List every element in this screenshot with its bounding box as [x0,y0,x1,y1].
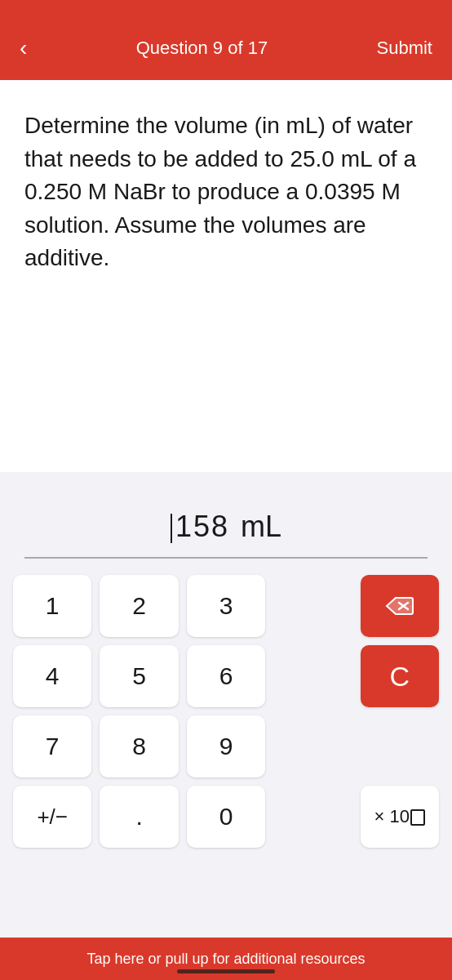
key-1[interactable]: 1 [13,575,91,637]
back-button[interactable]: ‹ [20,37,27,60]
key-9[interactable]: 9 [187,715,265,777]
key-2[interactable]: 2 [100,575,178,637]
key-8[interactable]: 8 [100,715,178,777]
x100-label: × 10 [374,806,425,827]
bottom-bar[interactable]: Tap here or pull up for additional resou… [0,938,452,980]
key-empty-r4 [273,786,352,848]
key-empty-r1 [273,575,352,637]
key-delete[interactable] [361,575,439,637]
header: ‹ Question 9 of 17 Submit [0,0,452,80]
key-0[interactable]: 0 [187,786,265,848]
key-decimal[interactable]: . [100,786,178,848]
keypad-row-1: 1 2 3 [13,575,439,637]
x10-box [410,809,425,826]
keypad: 1 2 3 4 5 6 C 7 8 9 +/− . 0 × 10 [0,559,452,864]
input-cursor [171,514,172,543]
keypad-row-4: +/− . 0 × 10 [13,786,439,848]
additional-resources-text: Tap here or pull up for additional resou… [86,951,365,968]
home-indicator [177,969,275,973]
key-empty-r3 [273,715,352,777]
input-display-wrapper: 158 mL [24,497,428,559]
key-empty-r3b [361,715,439,777]
question-area: Determine the volume (in mL) of water th… [0,80,452,472]
input-section: 158 mL [0,472,452,559]
key-clear[interactable]: C [361,645,439,707]
input-display: 158 [171,510,229,544]
key-6[interactable]: 6 [187,645,265,707]
question-progress: Question 9 of 17 [136,38,268,59]
question-text: Determine the volume (in mL) of water th… [24,109,428,275]
key-5[interactable]: 5 [100,645,178,707]
key-3[interactable]: 3 [187,575,265,637]
keypad-row-3: 7 8 9 [13,715,439,777]
key-empty-r2 [273,645,352,707]
submit-button[interactable]: Submit [377,38,432,59]
key-x100[interactable]: × 10 [361,786,439,848]
key-4[interactable]: 4 [13,645,91,707]
input-unit: mL [241,510,281,544]
key-plusminus[interactable]: +/− [13,786,91,848]
key-7[interactable]: 7 [13,715,91,777]
keypad-row-2: 4 5 6 C [13,645,439,707]
